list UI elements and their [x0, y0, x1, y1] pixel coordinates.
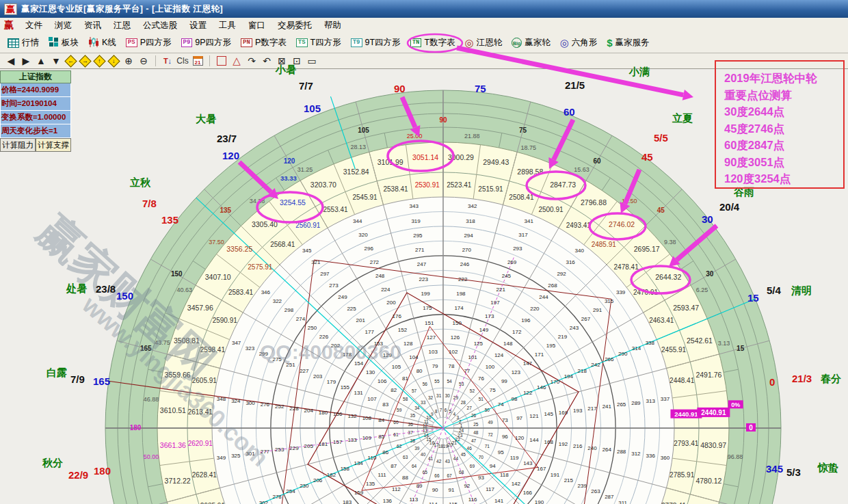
annotation-box: 2019年江恩轮中轮重要点位测算30度2644点45度2746点60度2847点… — [715, 60, 845, 189]
big-wheel-icon: Big — [512, 38, 522, 48]
toolbar-button-赢家轮[interactable]: Big赢家轮 — [507, 33, 555, 53]
svg-text:12: 12 — [423, 423, 428, 428]
cls-button[interactable]: Cls — [176, 55, 189, 68]
svg-text:322: 322 — [273, 298, 282, 304]
svg-text:244: 244 — [539, 294, 548, 300]
svg-text:170: 170 — [551, 379, 560, 385]
select-tool-icon[interactable]: ▭ — [305, 55, 319, 68]
svg-text:180: 180 — [130, 424, 142, 432]
toolbar-button-行情[interactable]: 行情 — [3, 33, 44, 53]
toolbar-button-六角形[interactable]: ◎六角形 — [555, 33, 602, 53]
menu-item-3[interactable]: 江恩 — [107, 18, 137, 33]
triangle-tool-icon[interactable]: △ — [230, 55, 243, 68]
toolbar-button-K线[interactable]: K线 — [83, 33, 121, 53]
svg-text:3254.55: 3254.55 — [280, 198, 306, 207]
svg-text:197: 197 — [490, 300, 500, 306]
menu-item-1[interactable]: 浏览 — [49, 18, 78, 33]
menu-logo-icon: 赢 — [0, 19, 19, 31]
svg-text:178: 178 — [343, 352, 352, 358]
menu-item-7[interactable]: 窗口 — [242, 18, 271, 33]
svg-text:360: 360 — [661, 455, 670, 461]
toolbar-button-T数字表[interactable]: TNT数字表 — [406, 33, 460, 53]
menu-item-6[interactable]: 工具 — [213, 18, 242, 33]
step-right-icon[interactable]: → — [79, 55, 91, 67]
svg-text:104: 104 — [409, 354, 419, 360]
svg-text:76: 76 — [478, 375, 484, 382]
zoom-out-icon[interactable]: ⊖ — [137, 55, 150, 68]
svg-text:228: 228 — [289, 406, 299, 412]
nav-down-icon[interactable]: ▼ — [49, 55, 63, 68]
svg-text:120: 120 — [515, 435, 525, 441]
step-up-icon[interactable]: ↑ — [93, 55, 105, 67]
calendar-icon[interactable]: 21 — [191, 55, 204, 68]
svg-text:183: 183 — [343, 499, 352, 504]
toolbar-button-赢家服务[interactable]: $赢家服务 — [602, 33, 654, 53]
svg-text:66: 66 — [434, 473, 440, 478]
blocks-icon — [49, 37, 59, 49]
svg-text:39: 39 — [414, 446, 420, 451]
calc-button-0[interactable]: 计算阻力 — [0, 138, 36, 152]
svg-text:227: 227 — [300, 368, 309, 374]
nav-back-icon[interactable]: ◀ — [4, 55, 18, 68]
svg-text:3661.36: 3661.36 — [160, 441, 186, 449]
svg-text:72: 72 — [488, 432, 493, 437]
svg-text:40: 40 — [421, 452, 426, 457]
menu-item-9[interactable]: 帮助 — [318, 18, 347, 33]
svg-text:288: 288 — [617, 449, 626, 455]
svg-text:2796.88: 2796.88 — [581, 198, 607, 207]
svg-text:3152.84: 3152.84 — [343, 168, 369, 176]
rotate-ccw-icon[interactable]: ↶ — [260, 55, 274, 68]
svg-text:135: 135 — [366, 481, 375, 487]
menu-item-8[interactable]: 交易委托 — [271, 18, 318, 33]
svg-text:133: 133 — [347, 437, 357, 443]
fit-icon[interactable]: ⊠ — [275, 55, 289, 68]
calc-button-1[interactable]: 计算支撑 — [36, 138, 71, 152]
toolbar-button-9P四方形[interactable]: P99P四方形 — [176, 33, 237, 53]
svg-text:44: 44 — [453, 456, 459, 461]
svg-text:6: 6 — [445, 408, 447, 412]
menu-item-4[interactable]: 公式选股 — [137, 18, 183, 33]
menu-item-5[interactable]: 设置 — [183, 18, 213, 33]
nav-forward-icon[interactable]: ▶ — [19, 55, 33, 68]
menu-item-0[interactable]: 文件 — [19, 18, 49, 33]
annotation-line-3: 45度2746点 — [724, 120, 839, 137]
svg-text:158: 158 — [341, 466, 350, 472]
svg-text:5: 5 — [449, 409, 451, 414]
toolbar-button-T四方形[interactable]: TST四方形 — [291, 33, 346, 53]
toolbar-button-板块[interactable]: 板块 — [44, 33, 83, 53]
svg-text:240: 240 — [587, 445, 597, 451]
svg-text:268: 268 — [548, 282, 557, 289]
height-tool-icon[interactable]: T↓ — [161, 55, 174, 68]
svg-text:27: 27 — [467, 406, 473, 410]
toolbar-button-9T四方形[interactable]: T99T四方形 — [346, 33, 406, 53]
toolbar-label-3: P四方形 — [140, 37, 172, 49]
svg-text:23: 23 — [458, 433, 463, 438]
svg-text:29: 29 — [453, 395, 459, 400]
svg-text:105: 105 — [392, 364, 401, 370]
zoom-in-icon[interactable]: ⊕ — [122, 55, 135, 68]
svg-text:2553.41: 2553.41 — [323, 206, 348, 213]
nav-up-icon[interactable]: ▲ — [34, 55, 48, 68]
toolbar-button-P四方形[interactable]: PSP四方形 — [121, 33, 176, 53]
svg-text:3.13: 3.13 — [718, 340, 730, 347]
menu-item-2[interactable]: 资讯 — [78, 18, 107, 33]
svg-text:80: 80 — [416, 368, 423, 374]
tool-icon-PS: PS — [126, 38, 137, 47]
step-down-icon[interactable]: ↓ — [107, 55, 120, 67]
svg-text:28: 28 — [461, 400, 466, 405]
svg-text:2590.91: 2590.91 — [213, 317, 238, 324]
square-tool-icon[interactable] — [215, 55, 228, 68]
step-left-icon[interactable]: ← — [64, 55, 77, 67]
svg-text:68: 68 — [459, 470, 464, 475]
rotate-cw-icon[interactable]: ↷ — [245, 55, 259, 68]
info-row-0: 价格=2440.9099 — [0, 83, 71, 97]
toolbar-button-江恩轮[interactable]: ◎江恩轮 — [460, 33, 507, 53]
svg-text:15.63: 15.63 — [574, 166, 589, 173]
toolbar-button-P数字表[interactable]: PNP数字表 — [236, 33, 291, 53]
svg-text:32: 32 — [428, 395, 434, 400]
svg-text:55: 55 — [434, 379, 440, 384]
svg-text:53: 53 — [459, 382, 464, 386]
svg-text:2485.91: 2485.91 — [592, 241, 617, 248]
center-icon[interactable]: ⊡ — [290, 55, 304, 68]
svg-text:195: 195 — [546, 343, 556, 349]
